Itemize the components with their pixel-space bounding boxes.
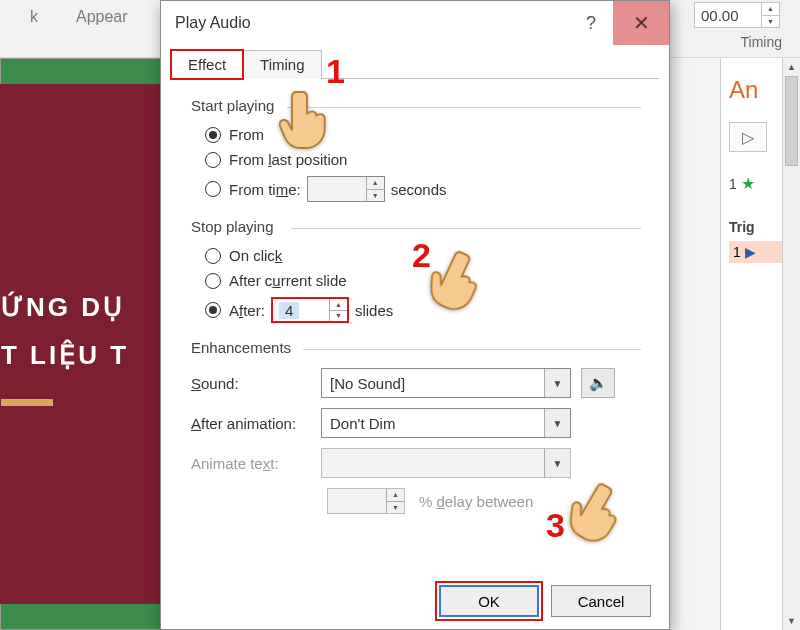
dialog-title: Play Audio: [175, 14, 251, 32]
highlight-box: [170, 49, 244, 80]
radio-icon: [205, 248, 221, 264]
spinner-up-icon[interactable]: ▲: [761, 3, 779, 16]
close-button[interactable]: ✕: [613, 1, 669, 45]
spinner-up-icon[interactable]: ▲: [330, 299, 347, 311]
ribbon-text-k: k: [30, 8, 38, 49]
radio-icon: [205, 152, 221, 168]
scroll-thumb[interactable]: [785, 76, 798, 166]
tab-strip: Effect Timing: [161, 49, 669, 78]
delay-between-label: % delay between: [419, 493, 533, 510]
play-blue-icon: ▶: [745, 244, 756, 260]
tab-timing[interactable]: Timing: [243, 50, 321, 79]
after-animation-label: After animation:: [191, 415, 321, 432]
star-icon: ★: [741, 174, 755, 193]
sound-preview-button[interactable]: 🔈: [581, 368, 615, 398]
spinner-down-icon[interactable]: ▼: [330, 311, 347, 322]
speaker-icon: 🔈: [589, 374, 608, 392]
delay-percent-input: ▲▼: [327, 488, 405, 514]
radio-from-last-position[interactable]: From last position: [205, 151, 651, 168]
ribbon-text-appear: Appear: [76, 8, 128, 49]
spinner-down-icon[interactable]: ▼: [367, 190, 384, 202]
cancel-button[interactable]: Cancel: [551, 585, 651, 617]
after-animation-combo[interactable]: Don't Dim ▼: [321, 408, 571, 438]
radio-from-time[interactable]: From time: ▲▼ seconds: [205, 176, 651, 202]
dialog-titlebar: Play Audio ? ✕: [161, 1, 669, 45]
close-icon: ✕: [633, 11, 650, 35]
sound-label: Sound:: [191, 375, 321, 392]
scroll-up-icon[interactable]: ▲: [783, 58, 800, 76]
spinner-down-icon: ▼: [387, 502, 404, 514]
tab-effect[interactable]: Effect: [171, 50, 243, 79]
sound-combo[interactable]: [No Sound] ▼: [321, 368, 571, 398]
radio-icon: [205, 127, 221, 143]
animate-text-label: Animate text:: [191, 455, 321, 472]
timing-group-label: Timing: [741, 34, 783, 50]
chevron-down-icon[interactable]: ▼: [544, 409, 570, 437]
spinner-down-icon[interactable]: ▼: [761, 16, 779, 28]
radio-icon: [205, 302, 221, 318]
help-button[interactable]: ?: [569, 1, 613, 45]
play-icon: ▷: [742, 128, 754, 147]
slide-accent-bar: [1, 399, 53, 406]
spinner-up-icon: ▲: [387, 489, 404, 502]
from-time-input[interactable]: ▲▼: [307, 176, 385, 202]
duration-spinner[interactable]: 00.00 ▲ ▼: [694, 2, 780, 28]
enhancements-legend: Enhancements: [191, 339, 291, 356]
play-from-button[interactable]: ▷: [729, 122, 767, 152]
start-playing-legend: Start playing: [191, 97, 274, 114]
radio-icon: [205, 273, 221, 289]
pointer-hand-icon: [278, 86, 334, 154]
radio-icon: [205, 181, 221, 197]
annotation-number-2: 2: [412, 236, 431, 275]
spinner-up-icon[interactable]: ▲: [367, 177, 384, 190]
ok-button[interactable]: OK: [439, 585, 539, 617]
stop-playing-legend: Stop playing: [191, 218, 274, 235]
after-slides-input[interactable]: 4 ▲▼: [271, 297, 349, 323]
chevron-down-icon: ▼: [544, 449, 570, 477]
vertical-scrollbar[interactable]: ▲ ▼: [782, 58, 800, 630]
radio-from-beginning[interactable]: From: [205, 126, 651, 143]
animate-text-combo: ▼: [321, 448, 571, 478]
chevron-down-icon[interactable]: ▼: [544, 369, 570, 397]
scroll-down-icon[interactable]: ▼: [783, 612, 800, 630]
